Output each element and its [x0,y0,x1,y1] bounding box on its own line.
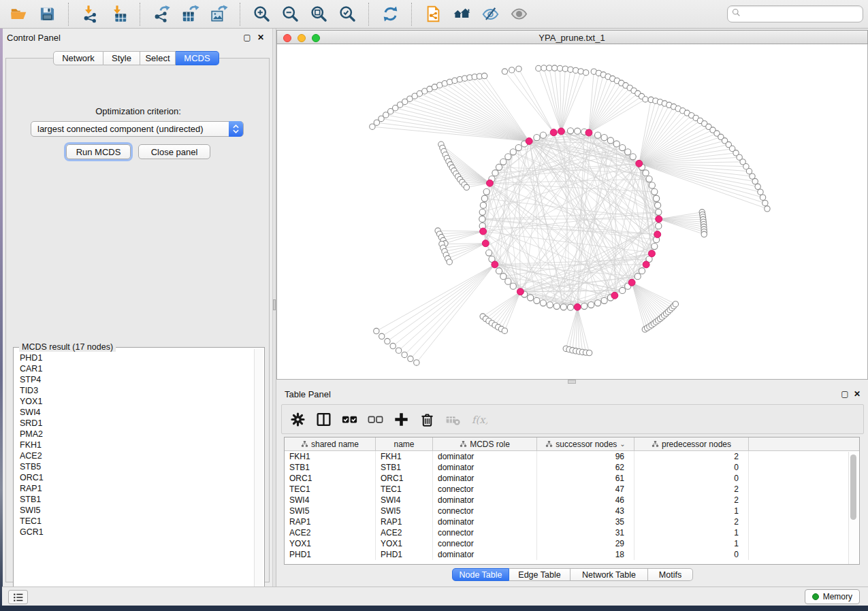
network-node[interactable] [510,283,516,289]
network-node[interactable] [656,223,662,229]
mcds-hub-node[interactable] [585,129,592,136]
network-node[interactable] [479,216,485,222]
column-header-predecessor-nodes[interactable]: predecessor nodes [634,437,749,450]
close-window-traffic-light[interactable] [283,34,291,42]
result-node-item[interactable]: GCR1 [20,527,253,538]
network-leaf-node[interactable] [586,350,592,355]
network-leaf-node[interactable] [390,343,396,348]
result-node-item[interactable]: TEC1 [20,516,253,527]
network-node[interactable] [652,188,658,195]
scrollbar-thumb[interactable] [850,455,856,520]
hide-selected-button[interactable] [480,4,500,24]
network-node[interactable] [500,159,507,165]
network-node[interactable] [534,297,540,303]
result-node-item[interactable]: PMA2 [20,429,253,440]
mcds-hub-node[interactable] [628,279,635,286]
network-node[interactable] [496,268,502,274]
network-node[interactable] [540,132,546,138]
import-network-button[interactable] [80,4,100,24]
network-node[interactable] [588,301,594,308]
network-node[interactable] [483,188,489,195]
import-table-button[interactable] [108,4,129,24]
mcds-hub-node[interactable] [656,216,662,222]
mcds-hub-node[interactable] [654,231,661,238]
network-leaf-node[interactable] [573,67,578,73]
network-leaf-node[interactable] [673,301,678,307]
create-column-button[interactable] [391,409,411,429]
float-panel-icon[interactable]: ▢ [242,33,252,42]
result-node-item[interactable]: SRD1 [20,418,253,429]
mcds-hub-node[interactable] [574,303,581,310]
result-node-item[interactable]: TID3 [20,386,253,397]
network-node[interactable] [620,144,626,150]
run-mcds-button[interactable]: Run MCDS [66,144,131,159]
network-node[interactable] [652,243,658,249]
table-row[interactable]: STB1STB1dominator620 [285,462,859,473]
result-node-item[interactable]: ACE2 [20,451,253,462]
result-node-item[interactable]: RAP1 [20,484,253,495]
mcds-hub-node[interactable] [558,128,564,135]
table-row[interactable]: FKH1FKH1dominator962 [285,451,859,462]
network-node[interactable] [634,274,641,280]
network-node[interactable] [492,170,498,176]
save-session-button[interactable] [37,4,57,24]
mcds-hub-node[interactable] [480,228,487,235]
optimization-criterion-select[interactable]: largest connected component (undirected) [31,121,244,137]
task-history-button[interactable] [8,590,28,604]
network-leaf-node[interactable] [536,65,541,71]
zoom-fit-button[interactable] [308,4,329,24]
network-node[interactable] [655,202,661,208]
network-leaf-node[interactable] [509,67,515,73]
search-input[interactable] [741,7,857,20]
minimize-window-traffic-light[interactable] [298,34,306,42]
column-settings-button[interactable] [287,409,308,429]
network-node[interactable] [595,132,601,138]
tab-mcds[interactable]: MCDS [176,51,219,65]
close-panel-icon[interactable]: ✕ [852,389,862,399]
network-node[interactable] [643,170,649,176]
network-leaf-node[interactable] [701,231,707,237]
tab-network-table[interactable]: Network Table [570,568,648,581]
network-node[interactable] [654,195,660,201]
network-leaf-node[interactable] [760,195,765,200]
zoom-in-button[interactable] [251,4,272,24]
network-leaf-node[interactable] [752,178,758,184]
network-node[interactable] [630,154,636,160]
network-leaf-node[interactable] [464,184,469,190]
result-node-item[interactable]: ORC1 [20,473,253,484]
network-node[interactable] [575,128,581,134]
mcds-hub-node[interactable] [611,292,618,299]
network-leaf-node[interactable] [502,328,507,333]
tab-node-table[interactable]: Node Table [452,568,509,581]
network-node[interactable] [625,149,631,155]
mcds-hub-node[interactable] [648,250,655,257]
network-node[interactable] [620,287,626,293]
maximize-window-traffic-light[interactable] [312,34,320,42]
network-leaf-node[interactable] [551,65,557,71]
tab-edge-table[interactable]: Edge Table [509,568,570,581]
network-node[interactable] [613,141,620,147]
network-node[interactable] [607,137,613,144]
table-row[interactable]: TEC1TEC1connector472 [285,484,859,495]
network-node[interactable] [510,149,516,155]
network-leaf-node[interactable] [396,348,401,353]
zoom-out-button[interactable] [280,4,300,24]
deselect-all-rows-button[interactable] [365,409,385,429]
network-leaf-node[interactable] [541,65,547,71]
network-node[interactable] [567,128,573,134]
open-file-button[interactable] [8,4,29,24]
memory-button[interactable]: Memory [805,589,860,604]
network-leaf-node[interactable] [762,200,768,205]
network-node[interactable] [567,304,573,310]
network-node[interactable] [540,300,546,306]
mcds-hub-node[interactable] [550,129,557,136]
network-node[interactable] [646,176,652,182]
apply-layout-button[interactable] [380,4,400,24]
network-leaf-node[interactable] [408,356,413,361]
mcds-hub-node[interactable] [482,240,489,247]
network-node[interactable] [553,303,560,309]
network-leaf-node[interactable] [374,328,379,333]
mcds-hub-node[interactable] [526,137,532,144]
table-row[interactable]: PHD1PHD1dominator180 [285,549,859,560]
close-panel-button[interactable]: Close panel [138,144,210,159]
